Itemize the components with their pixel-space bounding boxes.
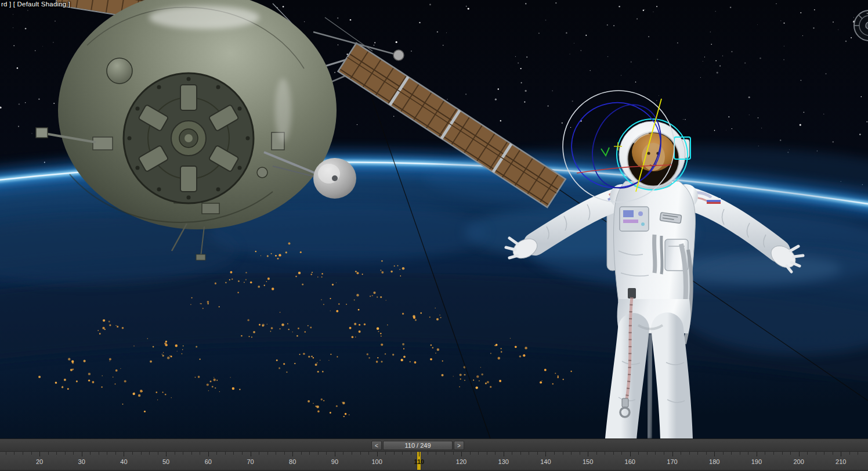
ruler-tick — [630, 452, 631, 456]
spacecraft-engine-assembly — [124, 73, 254, 203]
ruler-tick — [82, 452, 82, 456]
ruler-frame-label: 110 — [414, 458, 424, 465]
ruler-tick — [166, 452, 167, 456]
ruler-tick — [124, 452, 124, 456]
ruler-tick — [545, 452, 546, 456]
timeline-ruler[interactable]: 2030405060708090100110120130140150160170… — [0, 452, 868, 471]
ruler-frame-label: 140 — [540, 458, 551, 465]
ruler-frame-label: 80 — [289, 458, 296, 465]
ruler-frame-label: 90 — [331, 458, 338, 465]
chest-control-panel — [620, 207, 649, 231]
ruler-tick — [504, 452, 504, 456]
astronaut-right-leg[interactable] — [667, 329, 677, 438]
ruler-frame-label: 160 — [625, 458, 635, 465]
ruler-tick — [419, 452, 419, 456]
ruler-frame-label: 50 — [162, 458, 169, 465]
prev-frame-button[interactable]: < — [371, 441, 382, 450]
time-slider-track[interactable]: < 110 / 249 > — [0, 438, 868, 452]
ruler-tick — [377, 452, 378, 456]
frame-display[interactable]: 110 / 249 — [383, 441, 453, 450]
ruler-frame-label: 190 — [751, 458, 762, 465]
ruler-tick — [461, 452, 462, 456]
ruler-tick — [799, 452, 800, 456]
ruler-frame-label: 150 — [583, 458, 593, 465]
ruler-frame-label: 20 — [36, 458, 43, 465]
ruler-frame-label: 120 — [456, 458, 466, 465]
max-application-window: rd ] [ Default Shading ] < 110 / 249 > — [0, 0, 868, 471]
time-slider[interactable]: < 110 / 249 > — [371, 440, 464, 451]
ruler-frame-label: 180 — [709, 458, 719, 465]
ruler-tick — [335, 452, 335, 456]
ruler-frame-label: 60 — [205, 458, 212, 465]
ruler-tick — [251, 452, 251, 456]
ruler-tick — [841, 452, 841, 456]
ruler-tick — [208, 452, 209, 456]
ruler-tick — [714, 452, 715, 456]
flag-patch — [707, 198, 721, 204]
ruler-frame-label: 130 — [498, 458, 509, 465]
viewport-3d[interactable]: rd ] [ Default Shading ] — [0, 0, 868, 438]
next-frame-button[interactable]: > — [454, 441, 464, 450]
ruler-tick — [588, 452, 588, 456]
ruler-frame-label: 70 — [247, 458, 254, 465]
ruler-tick — [292, 452, 293, 456]
ruler-frame-label: 100 — [371, 458, 382, 465]
ruler-frame-label: 30 — [78, 458, 85, 465]
scene-render — [0, 0, 868, 438]
ruler-frame-label: 40 — [120, 458, 127, 465]
viewport-shading-label[interactable]: rd ] [ Default Shading ] — [1, 1, 70, 8]
ruler-frame-label: 210 — [836, 458, 846, 465]
ruler-tick — [757, 452, 757, 456]
ruler-tick — [672, 452, 673, 456]
ruler-frame-label: 170 — [667, 458, 677, 465]
ruler-tick — [39, 452, 40, 456]
view-navigation-gizmo-icon[interactable] — [852, 8, 868, 43]
timeline: < 110 / 249 > 20304050607080901001101201… — [0, 438, 868, 471]
ruler-frame-label: 200 — [793, 458, 804, 465]
